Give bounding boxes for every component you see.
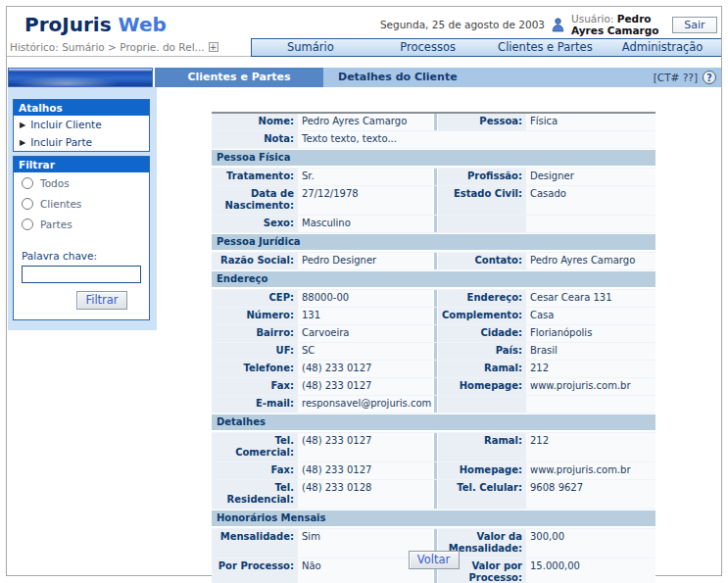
filter-option-partes: Partes bbox=[14, 214, 149, 234]
field-value: Física bbox=[526, 114, 655, 130]
field-label: Ramal: bbox=[438, 433, 526, 462]
help-icon[interactable]: ? bbox=[703, 71, 716, 84]
field-label: Tel. Residencial: bbox=[212, 480, 298, 509]
field-row: Fax:(48) 233 0127Homepage:www.projuris.c… bbox=[212, 462, 655, 480]
field-value: Casa bbox=[526, 308, 655, 324]
section-header-detalhes: Detalhes bbox=[212, 413, 655, 432]
field-row: Nome:Pedro Ayres CamargoPessoa:Física bbox=[212, 114, 655, 131]
filter-option-todos: Todos bbox=[14, 172, 149, 193]
filter-radio-clientes[interactable] bbox=[22, 198, 33, 210]
field-value: (48) 233 0128 bbox=[298, 480, 432, 509]
field-label: Razão Social: bbox=[212, 253, 298, 269]
field-row: CEP:88000-00Endereço:Cesar Ceara 131 bbox=[212, 290, 655, 308]
shortcut-label: Incluir Parte bbox=[30, 136, 92, 148]
field-value: Pedro Designer bbox=[298, 253, 432, 269]
logo-part1: ProJuris bbox=[24, 13, 112, 36]
field-value: www.projuris.com.br bbox=[526, 462, 655, 479]
field-label: Fax: bbox=[212, 462, 298, 479]
field-label: Fax: bbox=[212, 378, 298, 395]
field-value: Pedro Ayres Camargo bbox=[298, 114, 432, 130]
field-value: (48) 233 0127 bbox=[298, 462, 432, 479]
tab-clientes-e-partes[interactable]: Clientes e Partes bbox=[155, 68, 323, 87]
nav-item-processos[interactable]: Processos bbox=[369, 39, 487, 56]
field-row: Nota:Texto texto, texto... bbox=[212, 131, 655, 149]
field-value: (48) 233 0127 bbox=[298, 433, 432, 462]
field-row: Telefone:(48) 233 0127Ramal:212 bbox=[212, 361, 655, 378]
field-value: 131 bbox=[298, 308, 432, 324]
nav-item-clientes-e-partes[interactable]: Clientes e Partes bbox=[487, 39, 605, 56]
field-label bbox=[438, 396, 526, 413]
field-value: Casado bbox=[526, 186, 655, 215]
field-label: Tel. Comercial: bbox=[212, 433, 298, 462]
field-value: Florianópolis bbox=[526, 325, 655, 342]
field-value: Sr. bbox=[298, 169, 432, 185]
shortcut-incluir-cliente[interactable]: ▶Incluir Cliente bbox=[14, 116, 149, 133]
field-label: Sexo: bbox=[212, 216, 298, 232]
section-header-pessoa-fisica: Pessoa Física bbox=[212, 149, 655, 168]
field-label: Data de Nascimento: bbox=[212, 186, 298, 215]
filter-option-label: Partes bbox=[40, 219, 73, 230]
field-row: Fax:(48) 233 0127Homepage:www.projuris.c… bbox=[212, 378, 655, 396]
field-row: Tel. Residencial:(48) 233 0128Tel. Celul… bbox=[212, 480, 655, 510]
field-label: Bairro: bbox=[212, 325, 298, 342]
filter-options: TodosClientesPartes bbox=[14, 172, 149, 234]
field-value bbox=[526, 216, 655, 232]
shortcut-label: Incluir Cliente bbox=[30, 119, 102, 130]
filter-button[interactable]: Filtrar bbox=[76, 291, 127, 310]
filter-box: Filtrar TodosClientesPartes Palavra chav… bbox=[13, 156, 150, 320]
main-nav: SumárioProcessosClientes e PartesAdminis… bbox=[251, 38, 721, 57]
field-label: País: bbox=[438, 343, 526, 360]
filter-option-clientes: Clientes bbox=[14, 193, 149, 214]
field-label: Cidade: bbox=[438, 325, 526, 342]
tab-detalhes-do-cliente[interactable]: Detalhes do Cliente bbox=[338, 68, 458, 87]
user-icon bbox=[552, 18, 564, 32]
field-row: Tel. Comercial:(48) 233 0127Ramal:212 bbox=[212, 433, 655, 462]
shortcuts-title: Atalhos bbox=[14, 100, 149, 116]
projuris-window: ProJuris Web Segunda, 25 de agosto de 20… bbox=[0, 0, 728, 583]
sidebar-banner bbox=[8, 68, 153, 87]
logo-part2: Web bbox=[119, 13, 167, 36]
field-value: Texto texto, texto... bbox=[298, 131, 655, 148]
field-label: Nota: bbox=[212, 131, 298, 148]
nav-item-sumario[interactable]: Sumário bbox=[252, 39, 369, 56]
section-header-endereco: Endereço bbox=[212, 270, 655, 289]
field-row: Tratamento:Sr.Profissão:Designer bbox=[212, 169, 655, 186]
field-row: Número:131Complemento:Casa bbox=[212, 308, 655, 325]
header-right: Segunda, 25 de agosto de 2003 Usuário: P… bbox=[380, 13, 717, 36]
app-frame: ProJuris Web Segunda, 25 de agosto de 20… bbox=[6, 6, 722, 576]
field-value: 212 bbox=[526, 433, 655, 462]
field-label: Nome: bbox=[212, 114, 298, 130]
section-row: Pessoa Física bbox=[212, 149, 655, 169]
field-value: Carvoeira bbox=[298, 325, 432, 342]
user-info: Usuário: Pedro Ayres Camargo bbox=[571, 13, 665, 36]
field-value: (48) 233 0127 bbox=[298, 361, 432, 377]
section-row: Endereço bbox=[212, 270, 655, 290]
filter-radio-partes[interactable] bbox=[22, 219, 33, 230]
section-row: Pessoa Jurídica bbox=[212, 233, 655, 253]
field-label: Homepage: bbox=[438, 462, 526, 479]
header: ProJuris Web Segunda, 25 de agosto de 20… bbox=[7, 7, 721, 38]
breadcrumb-nav-row: Histórico: Sumário > Proprie. do Rel... … bbox=[7, 38, 721, 57]
keyword-input[interactable] bbox=[22, 266, 141, 283]
field-row: E-mail:responsavel@projuris.com.br bbox=[212, 396, 655, 413]
breadcrumb-expand-icon[interactable]: + bbox=[209, 42, 218, 52]
filter-title: Filtrar bbox=[14, 157, 149, 172]
field-label bbox=[438, 216, 526, 232]
section-header-honorarios-mensais: Honorários Mensais bbox=[212, 510, 655, 528]
field-label: Telefone: bbox=[212, 361, 298, 377]
field-value: 212 bbox=[526, 361, 655, 377]
field-label: Profissão: bbox=[438, 169, 526, 185]
shortcuts-list: ▶Incluir Cliente▶Incluir Parte bbox=[14, 116, 149, 151]
logout-button[interactable]: Sair bbox=[672, 17, 717, 33]
nav-item-administracao[interactable]: Administração bbox=[604, 39, 721, 56]
section-header-pessoa-juridica: Pessoa Jurídica bbox=[212, 233, 655, 252]
field-label: E-mail: bbox=[212, 396, 298, 413]
field-label: Ramal: bbox=[438, 361, 526, 377]
back-button[interactable]: Voltar bbox=[409, 551, 460, 569]
shortcut-incluir-parte[interactable]: ▶Incluir Parte bbox=[14, 133, 149, 151]
field-value: Masculino bbox=[298, 216, 432, 232]
field-row: Bairro:CarvoeiraCidade:Florianópolis bbox=[212, 325, 655, 343]
field-label: UF: bbox=[212, 343, 298, 360]
filter-radio-todos[interactable] bbox=[22, 177, 33, 189]
arrow-bullet-icon: ▶ bbox=[20, 121, 25, 129]
